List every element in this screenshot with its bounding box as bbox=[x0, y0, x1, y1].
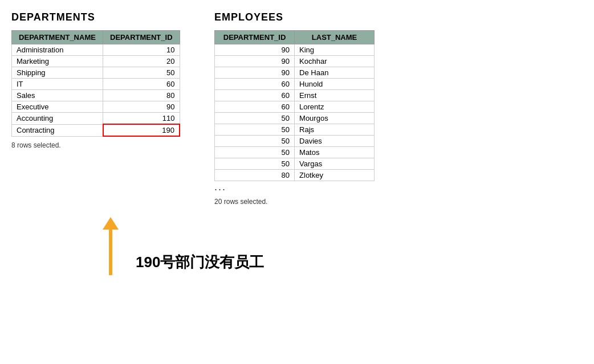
emp-last-name-cell: Kochhar bbox=[295, 56, 375, 67]
dept-id-cell: 20 bbox=[103, 56, 180, 67]
page-container: DEPARTMENTS DEPARTMENT_NAME DEPARTMENT_I… bbox=[11, 11, 581, 275]
table-row: 50Mourgos bbox=[215, 113, 375, 124]
emp-last-name-cell: Ernst bbox=[295, 90, 375, 101]
dept-name-cell: Sales bbox=[12, 90, 103, 101]
emp-dept-id-cell: 60 bbox=[215, 90, 295, 101]
table-row: IT60 bbox=[12, 79, 180, 90]
emp-dept-id-cell: 60 bbox=[215, 79, 295, 90]
dept-id-cell: 110 bbox=[103, 113, 180, 125]
emp-dept-id-cell: 90 bbox=[215, 56, 295, 67]
emp-last-name-cell: Rajs bbox=[295, 124, 375, 136]
employees-dots: ... bbox=[214, 181, 375, 193]
dept-name-cell: IT bbox=[12, 79, 103, 90]
top-section: DEPARTMENTS DEPARTMENT_NAME DEPARTMENT_I… bbox=[11, 11, 581, 206]
emp-dept-id-cell: 90 bbox=[215, 44, 295, 56]
table-row: 90King bbox=[215, 44, 375, 56]
arrow-shaft-icon bbox=[109, 230, 112, 275]
bottom-section: 190号部门没有员工 bbox=[11, 217, 581, 275]
emp-last-name-cell: King bbox=[295, 44, 375, 56]
table-row: 80Zlotkey bbox=[215, 170, 375, 181]
table-row: 50Davies bbox=[215, 136, 375, 147]
emp-last-name-cell: Matos bbox=[295, 147, 375, 158]
dept-name-cell: Marketing bbox=[12, 56, 103, 67]
dept-name-cell: Shipping bbox=[12, 67, 103, 79]
emp-last-name-cell: De Haan bbox=[295, 67, 375, 79]
emp-last-name-cell: Vargas bbox=[295, 158, 375, 170]
dept-col-name: DEPARTMENT_NAME bbox=[12, 31, 103, 44]
emp-dept-id-cell: 50 bbox=[215, 158, 295, 170]
table-row: 50Rajs bbox=[215, 124, 375, 136]
table-row: 50Matos bbox=[215, 147, 375, 158]
table-row: 90De Haan bbox=[215, 67, 375, 79]
employees-table: DEPARTMENT_ID LAST_NAME 90King90Kochhar9… bbox=[214, 30, 375, 181]
dept-name-cell: Executive bbox=[12, 101, 103, 113]
table-row: 60Ernst bbox=[215, 90, 375, 101]
dept-col-id: DEPARTMENT_ID bbox=[103, 31, 180, 44]
emp-last-name-cell: Mourgos bbox=[295, 113, 375, 124]
dept-name-cell: Accounting bbox=[12, 113, 103, 125]
emp-dept-id-cell: 50 bbox=[215, 124, 295, 136]
emp-col-last-name: LAST_NAME bbox=[295, 31, 375, 44]
emp-rows-selected: 20 rows selected. bbox=[214, 198, 375, 206]
emp-dept-id-cell: 50 bbox=[215, 113, 295, 124]
dept-rows-selected: 8 rows selected. bbox=[11, 141, 180, 149]
emp-dept-id-cell: 90 bbox=[215, 67, 295, 79]
dept-id-cell: 80 bbox=[103, 90, 180, 101]
emp-col-dept-id: DEPARTMENT_ID bbox=[215, 31, 295, 44]
emp-last-name-cell: Hunold bbox=[295, 79, 375, 90]
departments-table: DEPARTMENT_NAME DEPARTMENT_ID Administra… bbox=[11, 30, 180, 137]
table-row: Accounting110 bbox=[12, 113, 180, 125]
table-row: Executive90 bbox=[12, 101, 180, 113]
table-row: Marketing20 bbox=[12, 56, 180, 67]
emp-dept-id-cell: 60 bbox=[215, 101, 295, 113]
arrow-head-icon bbox=[103, 217, 119, 230]
dept-id-cell: 90 bbox=[103, 101, 180, 113]
dept-id-cell: 10 bbox=[103, 44, 180, 56]
emp-last-name-cell: Lorentz bbox=[295, 101, 375, 113]
dept-id-cell: 60 bbox=[103, 79, 180, 90]
dept-name-cell: Contracting bbox=[12, 124, 103, 136]
table-row: Administration10 bbox=[12, 44, 180, 56]
dept-id-cell: 190 bbox=[103, 124, 180, 136]
table-row: Sales80 bbox=[12, 90, 180, 101]
table-row: 90Kochhar bbox=[215, 56, 375, 67]
table-row: 60Lorentz bbox=[215, 101, 375, 113]
employees-title: EMPLOYEES bbox=[214, 11, 375, 23]
departments-title: DEPARTMENTS bbox=[11, 11, 180, 23]
departments-section: DEPARTMENTS DEPARTMENT_NAME DEPARTMENT_I… bbox=[11, 11, 180, 149]
table-row: 50Vargas bbox=[215, 158, 375, 170]
dept-name-cell: Administration bbox=[12, 44, 103, 56]
emp-last-name-cell: Zlotkey bbox=[295, 170, 375, 181]
table-row: Shipping50 bbox=[12, 67, 180, 79]
table-row: 60Hunold bbox=[215, 79, 375, 90]
table-row: Contracting190 bbox=[12, 124, 180, 136]
annotation-text: 190号部门没有员工 bbox=[130, 252, 264, 272]
employees-section: EMPLOYEES DEPARTMENT_ID LAST_NAME 90King… bbox=[214, 11, 375, 206]
emp-dept-id-cell: 50 bbox=[215, 136, 295, 147]
emp-dept-id-cell: 80 bbox=[215, 170, 295, 181]
arrow-container bbox=[103, 217, 119, 275]
emp-last-name-cell: Davies bbox=[295, 136, 375, 147]
dept-id-cell: 50 bbox=[103, 67, 180, 79]
emp-dept-id-cell: 50 bbox=[215, 147, 295, 158]
